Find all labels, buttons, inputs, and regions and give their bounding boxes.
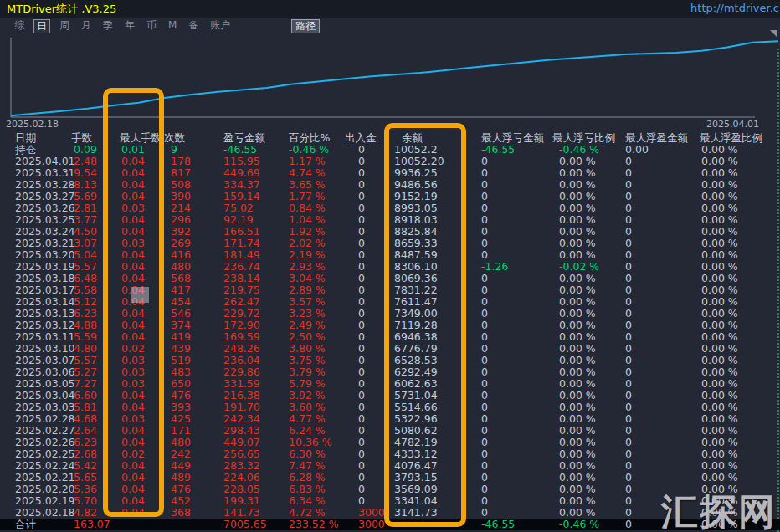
cell-fl_amt: 0 (481, 238, 488, 249)
cell-fl_amt: 0 (481, 495, 488, 507)
cell-fp_amt: 0 (625, 425, 632, 437)
cell-fp_pct: 0.00 % (701, 320, 738, 331)
cell-fp_pct: 0.00 % (701, 144, 738, 156)
cell-pct: 6.28 % (289, 472, 326, 483)
cell-fp_pct: 0.00 % (701, 343, 738, 355)
cell-inout: 0 (358, 483, 365, 495)
cell-pct: 1.17 % (289, 156, 326, 167)
watermark-huitanwang: 汇探网 (661, 488, 777, 532)
cell-fp_pct: 0.00 % (701, 179, 738, 191)
cell-count: 650 (171, 378, 191, 390)
cell-fl_pct: 0.00 % (559, 483, 596, 495)
cell-lots: 2.48 (74, 156, 97, 167)
cell-fl_amt: 0 (481, 390, 488, 402)
cell-fp_pct: 0.00 % (701, 331, 738, 343)
menu-item-年[interactable]: 年 (122, 19, 137, 33)
cell-pct: 6.30 % (289, 448, 326, 460)
cell-count: 374 (171, 320, 191, 331)
menu-item-周[interactable]: 周 (57, 19, 72, 33)
cell-fl_amt: 0 (481, 214, 488, 226)
cell-date: 2025.02.28 (15, 413, 75, 425)
cell-lots: 4.82 (74, 507, 97, 519)
cell-fl_amt: 0 (481, 320, 488, 331)
cell-lots: 5.81 (74, 402, 97, 413)
cell-fp_amt: 0 (625, 156, 632, 167)
cell-date: 2025.03.20 (15, 249, 75, 261)
cell-fp_amt: 0 (625, 378, 632, 390)
cell-date: 2025.03.13 (15, 308, 75, 320)
cell-pct: 0.84 % (289, 202, 326, 214)
cell-pnl: 171.74 (223, 238, 260, 249)
cell-count: 546 (171, 308, 191, 320)
menu-item-季[interactable]: 季 (100, 19, 115, 33)
cell-date: 2025.03.06 (15, 366, 75, 378)
menu-item-M[interactable]: M (166, 19, 179, 33)
menu-item-币[interactable]: 币 (144, 19, 159, 33)
cell-count: 368 (171, 507, 191, 519)
menu-item-月[interactable]: 月 (79, 19, 94, 33)
cell-inout: 0 (358, 273, 365, 284)
cell-lots: 4.80 (74, 343, 97, 355)
cell-fp_amt: 0 (625, 460, 632, 472)
cell-fl_pct: 0.00 % (559, 390, 596, 402)
cell-inout: 3000 (358, 519, 385, 530)
cell-lots: 5.70 (74, 495, 97, 507)
cell-lots: 8.13 (74, 179, 97, 191)
cell-pnl: 172.90 (223, 320, 260, 331)
cell-fp_pct: 0.00 % (701, 249, 738, 261)
cell-fl_amt: 0 (481, 460, 488, 472)
highlight-box-balance-column (384, 123, 466, 527)
cell-fp_pct: 0.00 % (701, 308, 738, 320)
menu-item-日[interactable]: 日 (33, 19, 50, 33)
cell-date: 2025.03.21 (15, 238, 75, 249)
x-axis-start-label: 2025.02.18 (6, 119, 59, 130)
cell-fl_amt: 0 (481, 355, 488, 366)
cell-date: 2025.04.01 (15, 156, 75, 167)
cell-fp_pct: 0.00 % (701, 366, 738, 378)
cell-count: 214 (171, 202, 191, 214)
cell-fl_pct: 0.00 % (559, 249, 596, 261)
cell-inout: 0 (358, 261, 365, 273)
cell-pnl: 199.31 (223, 495, 260, 507)
cell-fl_amt: 0 (481, 296, 488, 308)
cell-pct: 6.24 % (289, 425, 326, 437)
cell-inout: 0 (358, 460, 365, 472)
cell-count: 392 (171, 226, 191, 238)
cell-pnl: 224.06 (223, 472, 260, 483)
cell-count: 519 (171, 355, 191, 366)
cell-lots: 5.04 (74, 249, 97, 261)
cell-date: 2025.03.19 (15, 261, 75, 273)
menu-item-备[interactable]: 备 (186, 19, 201, 33)
cell-fl_pct: 0.00 % (559, 366, 596, 378)
cell-fp_amt: 0 (625, 343, 632, 355)
col-header-inout: 出入金 (345, 132, 377, 144)
cell-pct: -0.46 % (289, 144, 329, 156)
scroll-grip-icon[interactable] (770, 30, 777, 38)
cell-lots: 9.54 (74, 167, 97, 179)
cell-pct: 1.92 % (289, 226, 326, 238)
menu-item-综[interactable]: 综 (12, 19, 27, 33)
cell-fl_pct: 0.00 % (559, 238, 596, 249)
cell-pct: 2.50 % (289, 331, 326, 343)
cell-fp_amt: 0 (625, 226, 632, 238)
cell-count: 393 (171, 402, 191, 413)
cell-count: 452 (171, 495, 191, 507)
cell-pct: 3.75 % (289, 355, 326, 366)
cell-fl_amt: -46.55 (481, 144, 515, 156)
cell-pct: 3.23 % (289, 308, 326, 320)
path-button[interactable]: 路径 (291, 19, 320, 33)
cell-fl_pct: 0.00 % (559, 167, 596, 179)
cell-date: 2025.03.10 (15, 343, 75, 355)
cell-fp_pct: 0.00 % (701, 273, 738, 284)
cell-fl_pct: 0.00 % (559, 226, 596, 238)
cell-fl_pct: 0.00 % (559, 507, 596, 519)
cell-fp_amt: 0 (625, 167, 632, 179)
cell-fp_pct: 0.00 % (701, 261, 738, 273)
cell-date: 2025.03.07 (15, 355, 75, 366)
cell-pnl: 238.14 (223, 273, 260, 284)
cell-inout: 0 (358, 179, 365, 191)
menu-item-账户[interactable]: 账户 (208, 19, 233, 33)
cell-fl_pct: -0.46 % (559, 519, 599, 530)
mtdriver-url-link[interactable]: http://mtdriver.c (690, 2, 779, 14)
cell-fp_amt: 0 (625, 448, 632, 460)
